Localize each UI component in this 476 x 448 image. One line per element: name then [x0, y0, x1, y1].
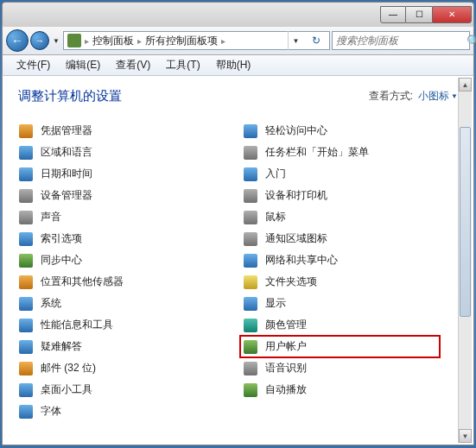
cp-item-label: 疑难解答: [41, 339, 82, 354]
refresh-button[interactable]: ↻: [307, 31, 326, 50]
search-icon[interactable]: 🔍: [466, 35, 476, 47]
cp-item-speech-recognition[interactable]: 语音识别: [243, 357, 459, 379]
cp-item-mouse[interactable]: 鼠标: [243, 206, 459, 228]
scroll-thumb[interactable]: [460, 127, 471, 317]
view-mode-dropdown[interactable]: 小图标 ▼: [418, 89, 458, 104]
cp-item-taskbar-start[interactable]: 任务栏和「开始」菜单: [243, 142, 459, 163]
nav-history-dropdown[interactable]: ▼: [51, 29, 61, 52]
mouse-icon: [243, 210, 258, 225]
cp-item-color-management[interactable]: 颜色管理: [243, 314, 459, 336]
cp-item-label: 自动播放: [265, 382, 307, 397]
breadcrumb-sep: ▸: [85, 36, 89, 46]
cp-item-label: 字体: [41, 404, 61, 419]
speech-recognition-icon: [243, 361, 258, 376]
cp-item-user-accounts[interactable]: 用户帐户: [243, 336, 459, 357]
indexing-options-icon: [18, 231, 34, 247]
cp-item-system[interactable]: 系统: [18, 293, 234, 314]
close-button[interactable]: ✕: [432, 6, 472, 23]
cp-item-label: 性能信息和工具: [41, 318, 113, 332]
user-accounts-icon: [243, 339, 258, 355]
minimize-button[interactable]: —: [380, 6, 406, 23]
search-input[interactable]: [336, 35, 466, 47]
menu-help[interactable]: 帮助(H): [209, 55, 258, 75]
breadcrumb-seg-1[interactable]: 控制面板: [92, 34, 134, 48]
control-panel-icon: [67, 34, 81, 47]
troubleshooting-icon: [18, 339, 34, 355]
content-area: 调整计算机的设置 查看方式: 小图标 ▼ 凭据管理器区域和语言日期和时间设备管理…: [2, 76, 474, 445]
cp-item-label: 颜色管理: [265, 318, 307, 332]
sync-center-icon: [18, 253, 34, 268]
search-box[interactable]: 🔍: [332, 31, 470, 50]
cp-item-getting-started[interactable]: 入门: [243, 163, 459, 185]
menu-bar: 文件(F) 编辑(E) 查看(V) 工具(T) 帮助(H): [2, 55, 474, 76]
cp-item-label: 文件夹选项: [265, 274, 317, 289]
menu-tools[interactable]: 工具(T): [159, 55, 206, 75]
menu-file[interactable]: 文件(F): [10, 55, 57, 75]
cp-item-label: 网络和共享中心: [265, 253, 338, 268]
cp-item-mail-32bit[interactable]: 邮件 (32 位): [18, 357, 234, 379]
menu-edit[interactable]: 编辑(E): [59, 55, 107, 75]
view-controls: 查看方式: 小图标 ▼: [369, 89, 458, 104]
cp-item-label: 凭据管理器: [41, 123, 92, 138]
color-management-icon: [243, 318, 258, 333]
page-title: 调整计算机的设置: [18, 88, 122, 104]
cp-item-display[interactable]: 显示: [243, 293, 459, 314]
cp-item-performance-tools[interactable]: 性能信息和工具: [18, 314, 234, 336]
cp-item-label: 区域和语言: [41, 145, 92, 160]
cp-item-notification-icons[interactable]: 通知区域图标: [243, 228, 459, 249]
cp-item-desktop-gadgets[interactable]: 桌面小工具: [18, 379, 234, 401]
location-sensors-icon: [18, 274, 34, 290]
cp-item-autoplay[interactable]: 自动播放: [243, 379, 459, 401]
cp-item-ease-of-access[interactable]: 轻松访问中心: [243, 120, 459, 142]
cp-item-label: 设备管理器: [41, 188, 92, 203]
cp-item-network-sharing[interactable]: 网络和共享中心: [243, 249, 459, 271]
devices-printers-icon: [243, 188, 258, 204]
breadcrumb-sep: ▸: [137, 36, 142, 46]
fonts-icon: [18, 404, 34, 420]
cp-item-sound[interactable]: 声音: [18, 206, 234, 228]
cp-item-credential-manager[interactable]: 凭据管理器: [18, 120, 234, 142]
credential-manager-icon: [18, 123, 34, 139]
forward-button[interactable]: →: [30, 31, 49, 50]
cp-item-device-manager[interactable]: 设备管理器: [18, 185, 234, 206]
cp-item-fonts[interactable]: 字体: [18, 401, 234, 422]
scroll-up-button[interactable]: ▲: [459, 78, 472, 91]
cp-item-label: 通知区域图标: [265, 231, 327, 246]
cp-item-label: 入门: [265, 167, 286, 181]
address-dropdown[interactable]: ▼: [288, 31, 303, 50]
maximize-button[interactable]: ☐: [406, 6, 432, 23]
cp-item-label: 索引选项: [41, 231, 82, 246]
region-language-icon: [18, 145, 34, 161]
cp-item-label: 显示: [265, 296, 286, 311]
cp-item-label: 桌面小工具: [41, 382, 92, 397]
cp-item-region-language[interactable]: 区域和语言: [18, 142, 234, 163]
getting-started-icon: [243, 167, 258, 182]
scroll-down-button[interactable]: ▼: [459, 429, 472, 443]
breadcrumb-seg-2[interactable]: 所有控制面板项: [145, 34, 218, 48]
folder-options-icon: [243, 274, 258, 290]
vertical-scrollbar[interactable]: ▲ ▼: [458, 78, 472, 443]
cp-item-troubleshooting[interactable]: 疑难解答: [18, 336, 234, 357]
cp-item-indexing-options[interactable]: 索引选项: [18, 228, 234, 249]
address-bar[interactable]: ▸ 控制面板 ▸ 所有控制面板项 ▸ ▼ ↻: [63, 31, 330, 50]
taskbar-start-icon: [243, 145, 258, 161]
cp-item-label: 同步中心: [41, 253, 82, 268]
date-time-icon: [18, 167, 34, 182]
menu-view[interactable]: 查看(V): [109, 55, 157, 75]
cp-item-devices-printers[interactable]: 设备和打印机: [243, 185, 459, 206]
device-manager-icon: [18, 188, 34, 204]
cp-item-folder-options[interactable]: 文件夹选项: [243, 271, 459, 293]
cp-item-location-sensors[interactable]: 位置和其他传感器: [18, 271, 234, 293]
cp-item-label: 设备和打印机: [265, 188, 327, 203]
cp-item-label: 用户帐户: [265, 339, 307, 354]
scroll-track[interactable]: [459, 92, 472, 428]
back-button[interactable]: ←: [6, 29, 29, 52]
autoplay-icon: [243, 382, 258, 398]
control-panel-items: 凭据管理器区域和语言日期和时间设备管理器声音索引选项同步中心位置和其他传感器系统…: [18, 120, 458, 422]
content-header: 调整计算机的设置 查看方式: 小图标 ▼: [18, 88, 458, 104]
cp-item-label: 语音识别: [265, 361, 307, 375]
cp-item-date-time[interactable]: 日期和时间: [18, 163, 234, 185]
cp-item-label: 轻松访问中心: [265, 123, 327, 138]
cp-item-sync-center[interactable]: 同步中心: [18, 249, 234, 271]
window-titlebar: — ☐ ✕: [2, 2, 474, 26]
